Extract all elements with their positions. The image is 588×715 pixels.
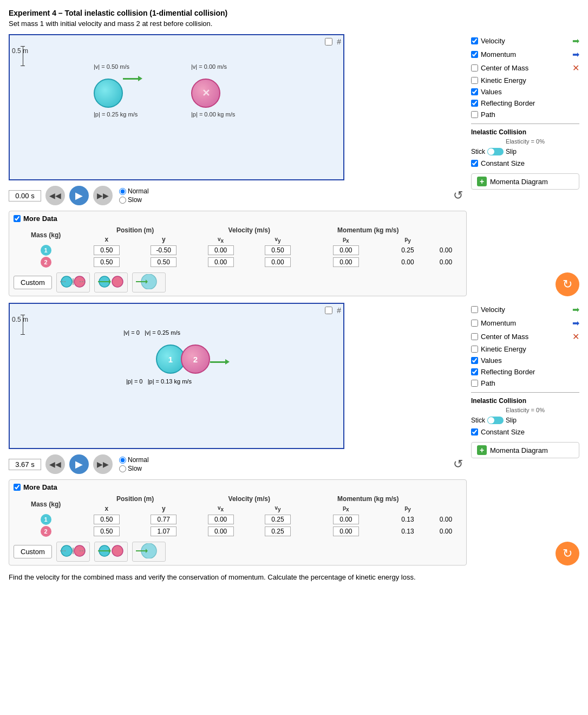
sim2-preset1[interactable] xyxy=(56,542,90,562)
sim2-v-label: |v| = 0 |v| = 0.25 m/s xyxy=(123,329,180,336)
panel1-border-check[interactable] xyxy=(471,100,478,107)
sim1-ball2[interactable]: ✕ xyxy=(191,79,220,108)
sim2-left: 0.5 m # |v| = 0 |v| = 0.25 m/s 1 2 xyxy=(9,303,467,565)
sim1-r1-momy: 0.00 xyxy=(430,244,462,256)
sim1-r1-velx[interactable] xyxy=(265,245,291,255)
sim2-preset3[interactable] xyxy=(132,542,166,562)
sim2-canvas-checkbox[interactable] xyxy=(325,307,332,314)
sim1-time: 0.00 s xyxy=(9,190,41,202)
panel2-velocity-check[interactable] xyxy=(471,306,478,313)
preset2-icon xyxy=(97,274,125,289)
sim2-preset2[interactable] xyxy=(94,542,128,562)
panel2-border-row: Reflecting Border xyxy=(471,367,579,376)
panel1-momentum-check[interactable] xyxy=(471,51,478,58)
panel2-values-label: Values xyxy=(481,356,502,365)
sim1-step-back-button[interactable]: ◀◀ xyxy=(45,186,65,205)
sim1-speed-normal-radio[interactable] xyxy=(119,188,126,195)
sim2-more-data-checkbox[interactable] xyxy=(14,484,21,491)
sim1-r1-vely[interactable] xyxy=(333,245,359,255)
panel1-stick-toggle[interactable] xyxy=(487,148,504,155)
sim2-r2-momx: 0.13 xyxy=(386,525,430,537)
sim1-play-button[interactable]: ▶ xyxy=(69,186,89,205)
sim2-r1-mass[interactable] xyxy=(94,515,120,524)
panel2-momentum-check[interactable] xyxy=(471,320,478,327)
sim1-speed-slow-radio[interactable] xyxy=(119,197,126,204)
sim1-preset2[interactable] xyxy=(94,272,128,292)
sim2-speed-selector: Normal Slow xyxy=(119,456,149,472)
panel2-border-check[interactable] xyxy=(471,368,478,375)
col2-mom-x: px xyxy=(306,503,386,513)
sim1-canvas-checkbox[interactable] xyxy=(325,38,332,46)
panel2-momentum-label: Momentum xyxy=(481,319,516,327)
panel2-momenta-btn[interactable]: + Momenta Diagram xyxy=(471,442,579,458)
sim2-custom-button[interactable]: Custom xyxy=(14,545,52,558)
sim2-r1-vely[interactable] xyxy=(333,515,359,524)
sim2-r1-posx[interactable] xyxy=(151,515,177,524)
sim1-step-forward-button[interactable]: ▶▶ xyxy=(93,186,113,205)
sim2-r1-velx[interactable] xyxy=(265,515,291,524)
sim2-grid-icon[interactable]: # xyxy=(337,306,341,315)
panel1-velocity-row: Velocity ➡ xyxy=(471,35,579,47)
sim2-r1-momx: 0.13 xyxy=(386,514,430,525)
sim2-r2-posy[interactable] xyxy=(208,526,234,536)
page-subtitle: Set mass 1 with initial velocity and mas… xyxy=(9,20,579,28)
sim1-more-data-checkbox[interactable] xyxy=(14,215,21,222)
panel2-path-check[interactable] xyxy=(471,380,478,387)
col-mom-y: py xyxy=(386,235,430,244)
sim1-ball1[interactable] xyxy=(94,79,123,108)
panel1-ke-check[interactable] xyxy=(471,77,478,84)
sim2-speed-normal-radio[interactable] xyxy=(119,457,126,464)
sim2-refresh-button[interactable]: ↻ xyxy=(556,542,579,566)
col2-mom-y: py xyxy=(386,503,430,513)
sim2-r2-vely[interactable] xyxy=(333,526,359,536)
sim2-play-button[interactable]: ▶ xyxy=(69,454,89,474)
sim1-r1-mass[interactable] xyxy=(94,245,120,255)
panel1-constsize-check[interactable] xyxy=(471,160,478,167)
panel1-path-check[interactable] xyxy=(471,111,478,118)
panel2-border-label: Reflecting Border xyxy=(481,368,535,376)
sim2-r1-posy[interactable] xyxy=(208,515,234,524)
sim1-r2-mass[interactable] xyxy=(94,257,120,267)
sim1-preset1[interactable] xyxy=(56,272,90,292)
sim2-speed-slow-radio[interactable] xyxy=(119,465,126,472)
panel1-velocity-check[interactable] xyxy=(471,37,478,44)
sim1-r2-momx: 0.00 xyxy=(386,256,430,268)
grid-icon[interactable]: # xyxy=(337,37,341,46)
col-vel-x: vx xyxy=(192,235,249,244)
table-row: 2 0.13 0.00 xyxy=(14,525,462,537)
sim2-step-back-button[interactable]: ◀◀ xyxy=(45,454,65,474)
preset1-icon xyxy=(59,274,87,289)
sim2-r2-posx[interactable] xyxy=(151,526,177,536)
sim1-custom-button[interactable]: Custom xyxy=(14,276,52,289)
panel1-slip-label: Slip xyxy=(506,148,517,155)
sim1-r1-posx[interactable] xyxy=(151,245,177,255)
sim1-reset-button[interactable]: ↺ xyxy=(449,187,467,204)
sim1-r2-posy[interactable] xyxy=(208,257,234,267)
sim2-step-forward-button[interactable]: ▶▶ xyxy=(93,454,113,474)
sim1-refresh-button[interactable]: ↻ xyxy=(556,272,579,296)
sim1-ball1-arrow xyxy=(123,76,142,81)
sim1-ball2-v-label: |v| = 0.00 m/s xyxy=(191,63,227,70)
sim2-reset-button[interactable]: ↺ xyxy=(449,456,467,473)
sim2-ball2[interactable]: 2 xyxy=(181,344,210,374)
sim2-r2-mass[interactable] xyxy=(94,526,120,536)
panel2-stick-toggle[interactable] xyxy=(487,417,504,424)
sim1-ball2-p-label: |p| = 0.00 kg m/s xyxy=(191,111,235,118)
panel2-com-check[interactable] xyxy=(471,333,478,340)
panel2-values-check[interactable] xyxy=(471,357,478,364)
panel2-elasticity-label: Elasticity = 0% xyxy=(471,407,579,413)
panel2-ke-check[interactable] xyxy=(471,346,478,353)
sim1-r2-velx[interactable] xyxy=(265,257,291,267)
panel2-constsize-check[interactable] xyxy=(471,428,478,435)
panel1-momenta-btn[interactable]: + Momenta Diagram xyxy=(471,173,579,190)
panel1-com-check[interactable] xyxy=(471,64,478,72)
panel1-inelastic-label: Inelastic Collision xyxy=(471,128,579,136)
sim1-preset3[interactable] xyxy=(132,272,166,292)
sim1-r1-posy[interactable] xyxy=(208,245,234,255)
panel2-velocity-arrow-icon: ➡ xyxy=(572,304,579,315)
sim1-r2-vely[interactable] xyxy=(333,257,359,267)
panel1-values-check[interactable] xyxy=(471,88,478,95)
sim2-r2-velx[interactable] xyxy=(265,526,291,536)
table-row: 1 0.25 0.00 xyxy=(14,244,462,256)
sim1-r2-posx[interactable] xyxy=(151,257,177,267)
